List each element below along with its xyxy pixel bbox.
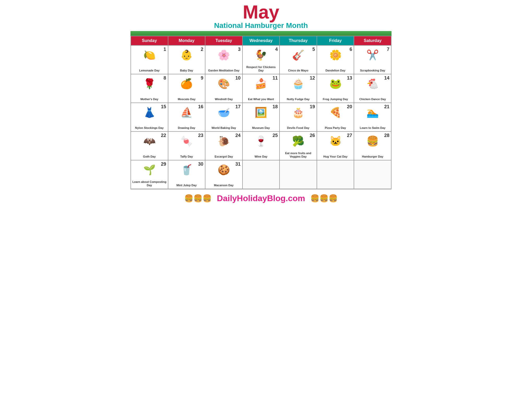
day-label: Museum Day <box>244 126 278 130</box>
calendar-day-empty <box>317 160 354 189</box>
calendar-day-4: 4 🐓 Respect for Chickens Day <box>242 45 280 74</box>
day-number: 26 <box>310 133 315 138</box>
calendar-day-10: 10 🎨 Windmill Day <box>205 74 242 103</box>
calendar-day-8: 8 🌹 Mother's Day <box>131 74 168 103</box>
day-label: Wine Day <box>244 155 278 158</box>
day-label: Nutty Fudge Day <box>281 98 316 101</box>
calendar-day-7: 7 ✂️ Scrapbooking Day <box>354 45 391 74</box>
day-emoji: 🌸 <box>206 49 241 61</box>
day-label: Garden Meditation Day <box>206 69 241 72</box>
day-label: Escargot Day <box>206 155 241 158</box>
calendar-day-12: 12 🧁 Nutty Fudge Day <box>280 74 317 103</box>
header: May National Hamburger Month <box>130 0 392 36</box>
grass-decoration <box>130 31 392 36</box>
day-label: Frog Jumping Day <box>318 98 353 101</box>
day-number: 19 <box>310 104 315 110</box>
day-number: 31 <box>235 161 241 167</box>
calendar-day-13: 13 🐸 Frog Jumping Day <box>317 74 354 103</box>
day-number: 27 <box>347 133 352 138</box>
header-sunday: Sunday <box>131 36 168 45</box>
header-saturday: Saturday <box>354 36 391 45</box>
day-emoji: 🍋 <box>132 49 167 61</box>
header-wednesday: Wednesday <box>242 36 280 45</box>
day-number: 23 <box>198 133 203 138</box>
day-number: 21 <box>384 104 389 110</box>
day-number: 16 <box>198 104 203 110</box>
calendar-day-31: 31 🍪 Macaroon Day <box>205 160 242 189</box>
day-number: 3 <box>238 47 241 52</box>
day-label: World Baking Day <box>206 126 241 130</box>
day-label: Nylon Stockings Day <box>132 126 167 130</box>
day-label: Respect for Chickens Day <box>244 65 278 72</box>
calendar-day-29: 29 🌱 Learn about Composting Day <box>131 160 168 189</box>
calendar-day-27: 27 🐱 Hug Your Cat Day <box>317 131 354 160</box>
footer-site: DailyHolidayBlog.com <box>217 194 305 203</box>
calendar-day-25: 25 🍷 Wine Day <box>242 131 280 160</box>
calendar-day-1: 1 🍋 Lemonade Day <box>131 45 168 74</box>
calendar-day-2: 2 👶 Baby Day <box>168 45 205 74</box>
month-title: May <box>214 3 308 21</box>
footer-burgers-right: 🍔🍔🍔 <box>310 194 338 203</box>
day-number: 29 <box>161 161 166 167</box>
day-label: Chicken Dance Day <box>355 98 390 101</box>
day-label: Goth Day <box>132 155 167 158</box>
day-label: Baby Day <box>169 69 204 72</box>
day-emoji: 🎸 <box>281 49 316 61</box>
day-number: 17 <box>235 104 241 110</box>
calendar-day-9: 9 🍊 Moscato Day <box>168 74 205 103</box>
day-label: Drawing Day <box>169 126 204 130</box>
day-label: Macaroon Day <box>206 184 241 187</box>
day-emoji: 🍊 <box>169 78 204 89</box>
day-number: 7 <box>387 47 389 52</box>
day-label: Lemonade Day <box>132 69 167 72</box>
calendar-day-empty <box>354 160 391 189</box>
header-thursday: Thursday <box>280 36 317 45</box>
calendar-day-28: 28 🍔 Hamburger Day <box>354 131 391 160</box>
header-friday: Friday <box>317 36 354 45</box>
calendar-day-19: 19 🎂 Devils Food Day <box>280 103 317 131</box>
day-number: 1 <box>164 47 166 52</box>
calendar-day-5: 5 🎸 Cinco de Mayo <box>280 45 317 74</box>
calendar-week-2: 8 🌹 Mother's Day 9 🍊 Moscato Day 10 🎨 Wi… <box>131 74 391 103</box>
footer: 🍔🍔🍔 DailyHolidayBlog.com 🍔🍔🍔 <box>130 189 392 207</box>
calendar-day-11: 11 🍰 Eat What you Want <box>242 74 280 103</box>
day-label: Mint Julep Day <box>169 184 204 187</box>
day-label: Cinco de Mayo <box>281 69 316 72</box>
calendar-week-5: 29 🌱 Learn about Composting Day 30 🥤 Min… <box>131 160 391 189</box>
calendar-week-4: 22 🦇 Goth Day 23 🍬 Taffy Day 24 🐌 Escarg… <box>131 131 391 160</box>
day-number: 10 <box>235 75 241 81</box>
day-label: Learn to Swim Day <box>355 126 390 130</box>
header-monday: Monday <box>168 36 205 45</box>
calendar-day-26: 26 🥦 Eat more fruits and Veggies Day <box>280 131 317 160</box>
day-number: 14 <box>384 75 389 81</box>
calendar-day-6: 6 🌼 Dandelion Day <box>317 45 354 74</box>
day-number: 2 <box>201 47 203 52</box>
calendar-day-17: 17 🥣 World Baking Day <box>205 103 242 131</box>
calendar-day-22: 22 🦇 Goth Day <box>131 131 168 160</box>
day-label: Mother's Day <box>132 98 167 101</box>
calendar-day-16: 16 ⛵ Drawing Day <box>168 103 205 131</box>
day-emoji: ✂️ <box>355 49 390 61</box>
day-number: 15 <box>161 104 166 110</box>
day-number: 13 <box>347 75 352 81</box>
day-number: 6 <box>349 47 352 52</box>
calendar-week-3: 15 👗 Nylon Stockings Day 16 ⛵ Drawing Da… <box>131 103 391 131</box>
day-number: 20 <box>347 104 352 110</box>
day-number: 8 <box>164 75 166 81</box>
calendar-table: Sunday Monday Tuesday Wednesday Thursday… <box>130 36 392 189</box>
calendar-day-3: 3 🌸 Garden Meditation Day <box>205 45 242 74</box>
footer-burgers-left: 🍔🍔🍔 <box>184 194 212 203</box>
calendar-day-30: 30 🥤 Mint Julep Day <box>168 160 205 189</box>
day-number: 9 <box>201 75 203 81</box>
day-label: Learn about Composting Day <box>132 180 167 187</box>
calendar-day-15: 15 👗 Nylon Stockings Day <box>131 103 168 131</box>
calendar-day-23: 23 🍬 Taffy Day <box>168 131 205 160</box>
day-label: Devils Food Day <box>281 126 316 130</box>
day-number: 18 <box>272 104 278 110</box>
subtitle: National Hamburger Month <box>214 21 308 30</box>
day-label: Hamburger Day <box>355 155 390 158</box>
days-header-row: Sunday Monday Tuesday Wednesday Thursday… <box>131 36 391 45</box>
day-number: 24 <box>235 133 241 138</box>
day-label: Scrapbooking Day <box>355 69 390 72</box>
day-emoji: 🌼 <box>318 49 353 61</box>
